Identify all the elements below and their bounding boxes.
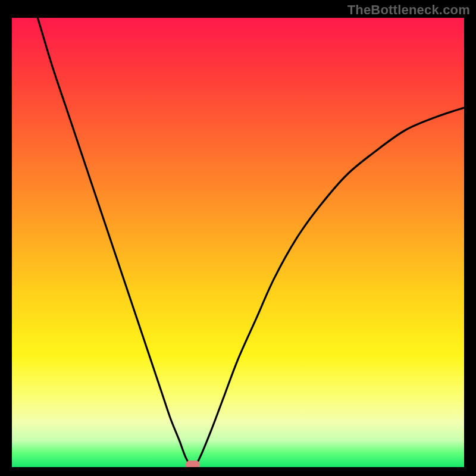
bottleneck-curve <box>12 18 464 467</box>
plot-area <box>12 18 464 467</box>
chart-frame: TheBottleneck.com <box>0 0 476 476</box>
watermark-text: TheBottleneck.com <box>347 2 470 18</box>
minimum-marker <box>186 461 200 467</box>
